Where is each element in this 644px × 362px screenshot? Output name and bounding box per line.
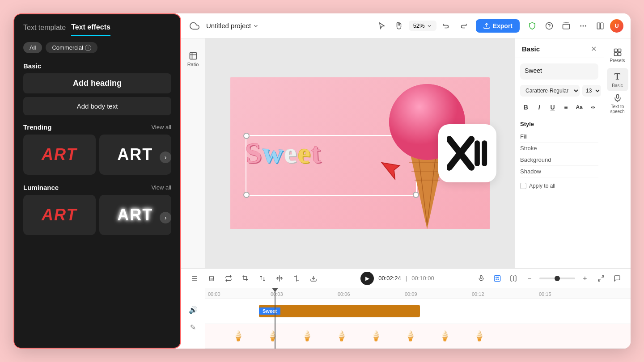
tts-btn[interactable]: Text to speech xyxy=(607,92,628,115)
shield-icon-btn[interactable] xyxy=(525,19,539,33)
zoom-in-btn[interactable]: + xyxy=(579,272,591,285)
luminance-card-1[interactable]: ART xyxy=(23,195,96,235)
case-btn[interactable]: Aa xyxy=(573,101,585,114)
tl-download-btn[interactable] xyxy=(307,272,320,285)
svg-point-33 xyxy=(496,277,497,278)
tl-split-btn[interactable] xyxy=(273,272,286,285)
redo-btn[interactable] xyxy=(456,19,470,33)
ruler-mark-2: 00:06 xyxy=(338,291,350,297)
art-next-btn[interactable]: › xyxy=(160,152,171,163)
toolbar-icons: 52% xyxy=(375,19,470,33)
trending-view-all[interactable]: View all xyxy=(151,124,171,130)
basic-section-label: Basic xyxy=(14,58,180,73)
comment-btn[interactable] xyxy=(611,272,623,285)
zoom-out-btn[interactable]: − xyxy=(523,272,536,285)
ic-icon-7: 🍦 xyxy=(439,330,451,342)
audio-track-icon[interactable]: 🔊 xyxy=(189,306,198,314)
svg-point-34 xyxy=(498,277,499,278)
add-body-btn[interactable]: Add body text xyxy=(23,97,171,115)
help-icon-btn[interactable] xyxy=(542,19,556,33)
spacing-btn[interactable]: ⇔ xyxy=(587,101,598,114)
hand-tool-btn[interactable] xyxy=(392,19,406,33)
shadow-row[interactable]: Shadow xyxy=(520,166,598,177)
align-btn[interactable]: ≡ xyxy=(560,101,572,114)
ruler-mark-0: 00:00 xyxy=(208,291,220,297)
background-row[interactable]: Background xyxy=(520,154,598,166)
more-icon-btn[interactable] xyxy=(576,19,590,33)
cloud-icon xyxy=(188,20,201,32)
sticker-btn[interactable] xyxy=(491,272,504,285)
sweet-clip-label: Sweet xyxy=(259,307,280,315)
art-text-red-1: ART xyxy=(42,145,77,164)
close-panel-btn[interactable]: ✕ xyxy=(591,45,597,53)
canvas-main: S w e e t xyxy=(205,38,514,268)
zoom-control[interactable]: 52% xyxy=(409,21,436,31)
split-view-btn[interactable] xyxy=(593,19,607,33)
svg-rect-3 xyxy=(563,24,570,29)
font-size-select[interactable]: 13 xyxy=(582,85,601,97)
svg-rect-22 xyxy=(475,140,480,166)
tl-trim-btn[interactable] xyxy=(290,272,303,285)
left-panel: Text template Text effects All Commercia… xyxy=(13,13,181,349)
luminance-grid: ART ART › xyxy=(14,195,180,240)
tl-text-btn[interactable] xyxy=(188,272,201,285)
fill-row[interactable]: Fill xyxy=(520,131,598,143)
svg-line-37 xyxy=(598,279,601,281)
tl-delete-btn[interactable] xyxy=(205,272,218,285)
user-avatar[interactable]: U xyxy=(610,19,623,33)
svg-rect-26 xyxy=(614,53,617,56)
basic-prop-btn[interactable]: T Basic xyxy=(607,68,628,91)
time-display: 00:02:24 xyxy=(378,275,401,282)
basic-label: Basic xyxy=(612,83,623,88)
play-btn[interactable]: ▶ xyxy=(360,272,374,285)
luminance-view-all[interactable]: View all xyxy=(151,184,171,191)
tl-crop-btn[interactable] xyxy=(239,272,252,285)
tl-flip-btn[interactable] xyxy=(256,272,269,285)
workspace-row: Ratio S w e e t xyxy=(181,38,631,268)
luminance-header: Luminance View all xyxy=(14,180,180,195)
text-input-box[interactable]: Sweet xyxy=(520,63,598,80)
transition-btn[interactable] xyxy=(507,272,520,285)
basic-buttons: Add heading Add body text xyxy=(14,73,180,120)
expand-btn[interactable] xyxy=(595,272,607,285)
trending-grid: ART ART › xyxy=(14,135,180,180)
italic-btn[interactable]: I xyxy=(534,101,545,114)
luminance-next-btn[interactable]: › xyxy=(160,212,171,223)
style-section-title: Style xyxy=(520,121,598,127)
tab-text-effects[interactable]: Text effects xyxy=(71,23,110,36)
edit-track-icon[interactable]: ✎ xyxy=(190,323,196,332)
timeline-area: ▶ 00:02:24 | 00:10:00 − xyxy=(181,268,631,349)
filter-commercial-btn[interactable]: Commercial i xyxy=(46,42,97,53)
underline-btn[interactable]: U xyxy=(547,101,559,114)
font-family-select[interactable]: Carattere-Regular xyxy=(520,85,580,97)
svg-line-36 xyxy=(602,276,604,278)
art-card-1[interactable]: ART xyxy=(23,135,96,175)
layers-icon-btn[interactable] xyxy=(559,19,573,33)
top-bar: Untitled project 52% xyxy=(181,13,631,38)
stroke-row[interactable]: Stroke xyxy=(520,143,598,154)
sweet-clip[interactable]: Sweet xyxy=(259,305,420,317)
mic-btn[interactable] xyxy=(475,272,487,285)
info-icon: i xyxy=(85,45,91,51)
presets-btn[interactable]: Presets xyxy=(607,44,628,67)
pointer-tool-btn[interactable] xyxy=(375,19,389,33)
filter-all-btn[interactable]: All xyxy=(23,42,42,53)
trending-header: Trending View all xyxy=(14,120,180,135)
ratio-btn[interactable]: Ratio xyxy=(183,46,203,72)
right-panel-header: Basic ✕ xyxy=(515,38,604,58)
bold-btn[interactable]: B xyxy=(520,101,532,114)
svg-point-6 xyxy=(585,25,586,26)
zoom-slider[interactable] xyxy=(539,278,575,279)
luminance-title: Luminance xyxy=(23,184,59,191)
svg-rect-8 xyxy=(601,23,603,29)
project-name[interactable]: Untitled project xyxy=(206,22,259,29)
tl-loop-btn[interactable] xyxy=(222,272,235,285)
svg-rect-24 xyxy=(614,49,617,52)
tab-text-template[interactable]: Text template xyxy=(23,24,66,35)
ruler-mark-5: 00:15 xyxy=(539,291,551,297)
export-btn[interactable]: Export xyxy=(476,19,520,33)
add-heading-btn[interactable]: Add heading xyxy=(23,73,171,93)
apply-all-checkbox[interactable] xyxy=(520,183,526,189)
undo-btn[interactable] xyxy=(439,19,453,33)
style-section: Style Fill Stroke Background Shadow xyxy=(515,116,604,179)
